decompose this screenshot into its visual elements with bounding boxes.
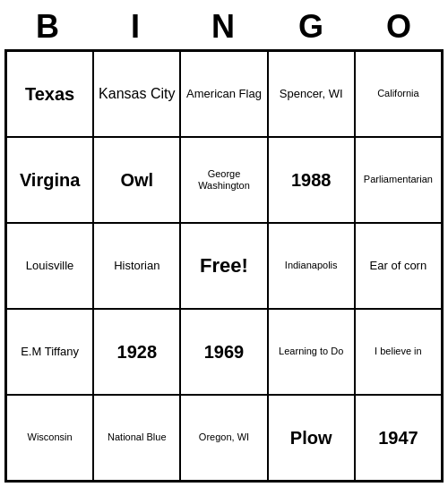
bingo-cell: Wisconsin [6,395,93,481]
bingo-cell: Plow [268,395,355,481]
bingo-cell: American Flag [180,51,267,137]
header-letter: N [180,4,268,49]
bingo-cell: Spencer, WI [268,51,355,137]
bingo-cell: Owl [93,137,180,223]
bingo-cell: 1947 [355,395,442,481]
bingo-cell: I believe in [355,309,442,395]
bingo-header: BINGO [4,4,444,49]
bingo-cell: E.M Tiffany [6,309,93,395]
bingo-cell: California [355,51,442,137]
bingo-cell: Kansas City [93,51,180,137]
bingo-cell: Indianapolis [268,223,355,309]
bingo-cell: Virgina [6,137,93,223]
bingo-cell: 1988 [268,137,355,223]
bingo-cell: Learning to Do [268,309,355,395]
bingo-cell: Texas [6,51,93,137]
bingo-cell: 1969 [180,309,267,395]
bingo-cell: Ear of corn [355,223,442,309]
bingo-cell: Historian [93,223,180,309]
bingo-card: BINGO TexasKansas CityAmerican FlagSpenc… [4,4,444,483]
bingo-grid: TexasKansas CityAmerican FlagSpencer, WI… [4,49,444,483]
header-letter: B [4,4,92,49]
header-letter: G [268,4,356,49]
bingo-cell: Free! [180,223,267,309]
bingo-cell: Parliamentarian [355,137,442,223]
bingo-cell: Oregon, WI [180,395,267,481]
bingo-cell: George Washington [180,137,267,223]
bingo-cell: Louisville [6,223,93,309]
bingo-cell: 1928 [93,309,180,395]
bingo-cell: National Blue [93,395,180,481]
header-letter: O [356,4,444,49]
header-letter: I [92,4,180,49]
